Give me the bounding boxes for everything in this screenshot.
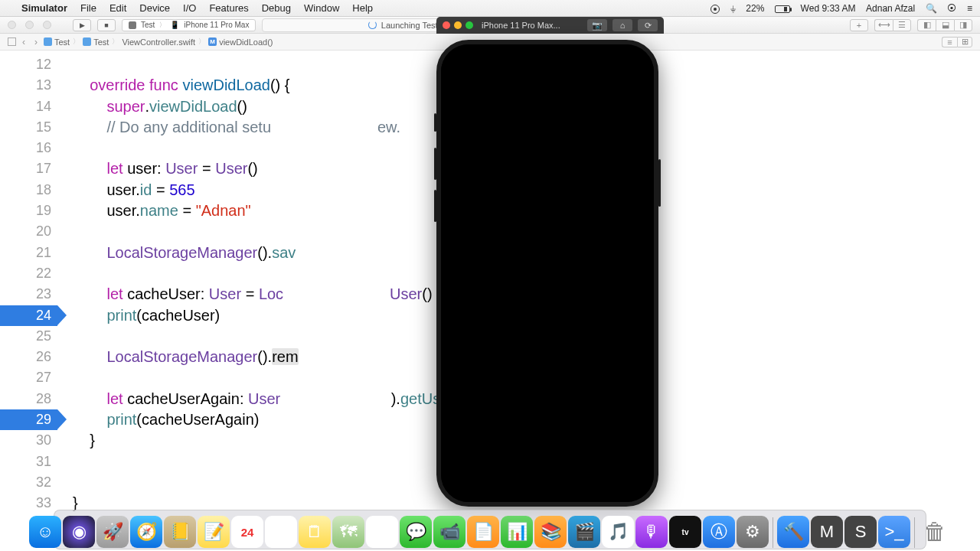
dock-contacts-icon[interactable]: 📒 [164, 516, 196, 548]
line-number[interactable]: 13 [0, 75, 57, 96]
win-max-icon[interactable] [43, 21, 51, 29]
crumb-symbol[interactable]: MviewDidLoad() [208, 37, 273, 47]
dock-facetime-icon[interactable]: 📹 [433, 516, 466, 548]
right-panel-icon[interactable]: ◨ [954, 19, 972, 31]
menu-help[interactable]: Help [352, 2, 373, 14]
sim-max-icon[interactable] [466, 21, 473, 29]
line-number[interactable]: 25 [0, 326, 57, 347]
left-panel-icon[interactable]: ◧ [917, 19, 936, 31]
dock-mamp-icon[interactable]: M [811, 516, 843, 548]
editor-mode-segment[interactable]: ⟷ ☰ [874, 19, 911, 31]
line-number[interactable]: 28 [0, 389, 57, 409]
line-number[interactable]: 32 [0, 472, 57, 493]
line-number[interactable]: 18 [0, 180, 57, 201]
crumb-file[interactable]: ViewController.swift [122, 37, 195, 47]
home-button[interactable]: ⌂ [612, 19, 632, 31]
control-center-icon[interactable]: ⦿ [947, 3, 956, 14]
dock-reminders-icon[interactable]: ☑ [265, 516, 297, 548]
adjust-editor-icon[interactable]: ⊞ [957, 37, 972, 47]
dock-appstore-icon[interactable]: Ⓐ [703, 516, 735, 548]
dock-preferences-icon[interactable]: ⚙ [737, 516, 769, 548]
menu-features[interactable]: Features [209, 2, 248, 14]
bottom-panel-icon[interactable]: ⬓ [936, 19, 954, 31]
stop-button[interactable]: ■ [97, 19, 116, 31]
menu-file[interactable]: File [80, 2, 96, 14]
mute-switch[interactable] [434, 113, 436, 132]
line-number[interactable]: 14 [0, 96, 57, 117]
screenshot-button[interactable]: 📷 [587, 19, 607, 31]
dock-xcode-icon[interactable]: 🔨 [777, 516, 809, 548]
line-number[interactable]: 15 [0, 117, 57, 138]
dock-numbers-icon[interactable]: 📊 [501, 516, 533, 548]
dock-calendar-icon[interactable]: 24 [231, 516, 263, 548]
dock-messages-icon[interactable]: 💬 [400, 516, 432, 548]
simulator-titlebar[interactable]: iPhone 11 Pro Max... 📷 ⌂ ⟳ [436, 17, 664, 34]
device-screen[interactable] [441, 44, 654, 502]
assistant-editor-icon[interactable]: ☰ [893, 19, 911, 31]
line-number[interactable]: 30 [0, 430, 57, 451]
standard-editor-icon[interactable]: ⟷ [874, 19, 893, 31]
sim-min-icon[interactable] [454, 21, 462, 29]
power-button[interactable] [658, 159, 661, 207]
dock-safari-icon[interactable]: 🧭 [130, 516, 162, 548]
line-number[interactable]: 24 [0, 305, 57, 326]
line-gutter[interactable]: 1213141516171819202122232425262728293031… [0, 54, 57, 514]
dock-notes-icon[interactable]: 📝 [198, 516, 230, 548]
line-number[interactable]: 27 [0, 367, 57, 388]
crumb-project[interactable]: Test [44, 37, 70, 47]
menu-io[interactable]: I/O [183, 2, 196, 14]
related-items-icon[interactable] [8, 37, 16, 46]
simulator-window[interactable]: iPhone 11 Pro Max... 📷 ⌂ ⟳ I [436, 17, 664, 507]
notification-icon[interactable]: ≡ [967, 3, 972, 14]
line-number[interactable]: 22 [0, 263, 57, 284]
dock-books-icon[interactable]: 📚 [534, 516, 567, 548]
dock-siri-icon[interactable]: ◉ [63, 516, 95, 548]
dock-music-icon[interactable]: 🎵 [602, 516, 634, 548]
line-number[interactable]: 29 [0, 409, 57, 430]
volume-down-button[interactable] [434, 190, 436, 222]
run-button[interactable]: ▶ [73, 19, 91, 31]
dock-stickies-icon[interactable]: 🗒 [299, 516, 331, 548]
line-number[interactable]: 16 [0, 138, 57, 158]
line-number[interactable]: 17 [0, 158, 57, 179]
line-number[interactable]: 26 [0, 347, 57, 367]
minimap-icon[interactable]: ≡ [942, 37, 957, 47]
line-number[interactable]: 12 [0, 54, 57, 75]
line-number[interactable]: 23 [0, 284, 57, 305]
dock-launchpad-icon[interactable]: 🚀 [96, 516, 129, 548]
dock-terminal-icon[interactable]: >_ [878, 516, 910, 548]
menu-edit[interactable]: Edit [109, 2, 126, 14]
wifi-icon[interactable]: ⏚ [730, 3, 736, 14]
menu-device[interactable]: Device [139, 2, 170, 14]
search-icon[interactable]: 🔍 [926, 3, 937, 14]
dock-keynote-icon[interactable]: 🎬 [568, 516, 600, 548]
win-close-icon[interactable] [8, 21, 16, 29]
datetime[interactable]: Wed 9:33 AM [801, 3, 856, 14]
menu-debug[interactable]: Debug [262, 2, 291, 14]
crumb-folder[interactable]: Test [83, 37, 109, 47]
volume-up-button[interactable] [434, 148, 436, 180]
user-name[interactable]: Adnan Afzal [866, 3, 915, 14]
sim-close-icon[interactable] [443, 21, 450, 29]
menu-window[interactable]: Window [304, 2, 339, 14]
line-number[interactable]: 21 [0, 243, 57, 263]
dock-finder-icon[interactable]: ☺ [29, 516, 61, 548]
record-icon[interactable] [710, 5, 720, 14]
panel-toggle-segment[interactable]: ◧ ⬓ ◨ [917, 19, 972, 31]
dock-podcasts-icon[interactable]: 🎙 [635, 516, 668, 548]
dock-sublime-icon[interactable]: S [844, 516, 877, 548]
rotate-button[interactable]: ⟳ [638, 19, 658, 31]
battery-icon[interactable] [775, 5, 790, 13]
nav-back-button[interactable]: ‹ [19, 37, 28, 47]
library-button[interactable]: + [850, 19, 868, 31]
line-number[interactable]: 19 [0, 201, 57, 221]
dock-tv-icon[interactable]: tv [669, 516, 701, 548]
nav-forward-button[interactable]: › [31, 37, 41, 47]
line-number[interactable]: 20 [0, 221, 57, 242]
app-menu[interactable]: Simulator [21, 2, 67, 14]
scheme-selector[interactable]: Test 〉 📱 iPhone 11 Pro Max [122, 19, 256, 31]
win-min-icon[interactable] [25, 21, 34, 29]
line-number[interactable]: 31 [0, 452, 57, 472]
dock-pages-icon[interactable]: 📄 [467, 516, 499, 548]
dock-maps-icon[interactable]: 🗺 [332, 516, 364, 548]
